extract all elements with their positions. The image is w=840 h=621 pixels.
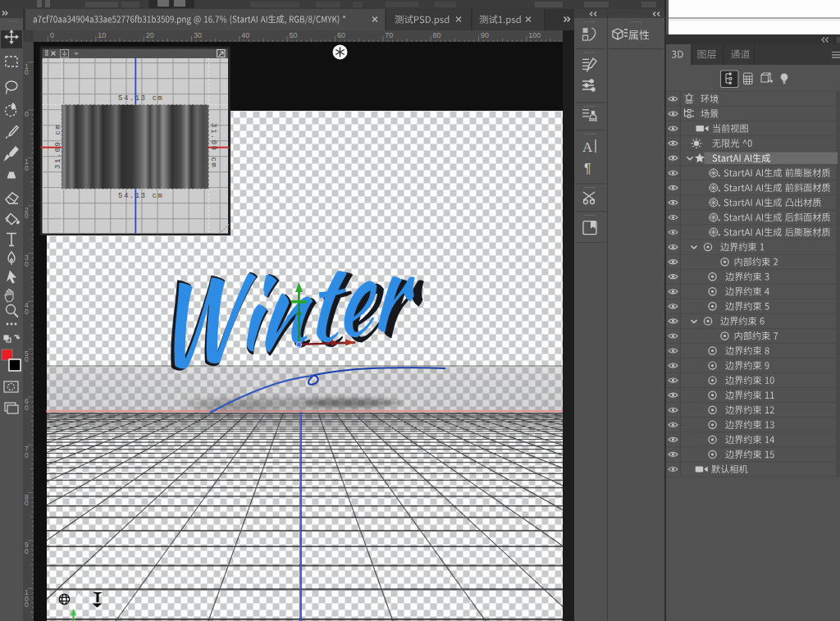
svg-text:54.13 cm: 54.13 cm <box>118 94 163 103</box>
svg-text:90: 90 <box>481 31 489 39</box>
svg-text:0: 0 <box>25 547 29 555</box>
svg-text:54.13 cm: 54.13 cm <box>118 192 163 200</box>
svg-text:0: 0 <box>25 308 29 316</box>
svg-text:A: A <box>582 139 593 155</box>
svg-text:60: 60 <box>337 31 345 39</box>
svg-text:0: 0 <box>25 212 29 220</box>
svg-text:70: 70 <box>385 31 393 39</box>
svg-text:0: 0 <box>25 110 29 118</box>
svg-text:0: 0 <box>25 68 29 76</box>
svg-text:¶: ¶ <box>584 162 591 176</box>
svg-text:40: 40 <box>241 31 249 39</box>
svg-text:0: 0 <box>25 164 29 172</box>
svg-text:31.09 cm: 31.09 cm <box>209 123 217 168</box>
svg-text:0: 0 <box>25 404 29 412</box>
svg-text:80: 80 <box>433 31 441 39</box>
svg-text:0: 0 <box>25 499 29 507</box>
svg-text:0: 0 <box>25 260 29 268</box>
svg-text:30: 30 <box>194 31 202 39</box>
svg-text:0: 0 <box>25 451 29 459</box>
svg-text:100: 100 <box>528 31 541 39</box>
svg-text:20: 20 <box>146 31 154 39</box>
svg-text:0: 0 <box>25 600 29 609</box>
svg-text:0: 0 <box>50 31 54 39</box>
svg-text:31.09 cm: 31.09 cm <box>54 124 62 169</box>
svg-text:10: 10 <box>98 31 106 39</box>
svg-text:50: 50 <box>290 31 298 39</box>
svg-text:0: 0 <box>25 355 29 363</box>
